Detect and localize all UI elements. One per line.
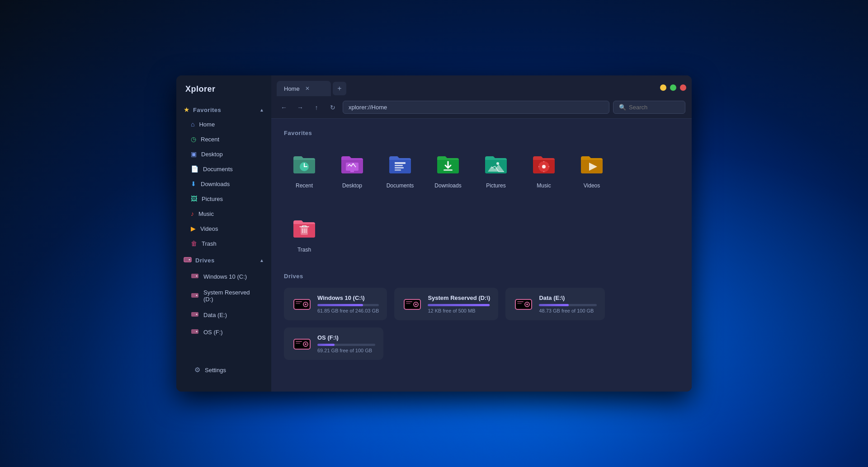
sidebar-item-videos[interactable]: ▶ Videos: [180, 221, 268, 236]
folder-videos-name: Videos: [584, 182, 600, 189]
drives-section-icon: [184, 256, 192, 265]
up-button[interactable]: ↑: [310, 101, 323, 114]
folder-downloads-name: Downloads: [434, 182, 461, 189]
window-controls: [660, 84, 686, 93]
svg-rect-13: [350, 171, 354, 172]
sidebar-music-label: Music: [198, 210, 214, 217]
tab-close-button[interactable]: ✕: [303, 84, 311, 93]
folder-documents-name: Documents: [387, 182, 414, 189]
drive-item-d[interactable]: System Reserved (D:\) 12 KB free of 500 …: [394, 288, 498, 320]
sidebar-favorites-section: ★ Favorites ▲ ⌂ Home ◷ Recent ▣ Desktop …: [176, 103, 271, 251]
sidebar-drive-d[interactable]: System Reserved (D:): [180, 285, 268, 306]
sidebar-drives-header[interactable]: Drives ▲: [176, 253, 271, 268]
drive-item-e[interactable]: Data (E:\) 48.73 GB free of 100 GB: [505, 288, 605, 320]
search-icon: 🔍: [619, 104, 626, 111]
svg-point-36: [415, 304, 417, 305]
sidebar-item-music[interactable]: ♪ Music: [180, 206, 268, 221]
folder-documents[interactable]: Documents: [380, 145, 420, 194]
address-bar[interactable]: [343, 101, 609, 114]
main-area: Home ✕ + ← → ↑ ↻: [271, 75, 692, 392]
folder-desktop-name: Desktop: [342, 182, 362, 189]
search-input[interactable]: [629, 104, 674, 111]
drive-e-name: Data (E:\): [539, 294, 597, 301]
folder-desktop[interactable]: Desktop: [332, 145, 373, 194]
forward-button[interactable]: →: [294, 101, 307, 114]
sidebar-trash-label: Trash: [202, 240, 217, 247]
plus-icon: +: [337, 84, 341, 93]
sidebar-home-label: Home: [199, 121, 215, 128]
sidebar-item-documents[interactable]: 📄 Documents: [180, 162, 268, 176]
settings-area: ⚙ Settings: [176, 357, 271, 383]
refresh-button[interactable]: ↻: [326, 101, 339, 114]
sidebar-recent-label: Recent: [201, 136, 219, 143]
tab-home[interactable]: Home ✕: [277, 81, 331, 96]
sidebar-item-home[interactable]: ⌂ Home: [180, 117, 268, 131]
svg-point-6: [196, 294, 198, 296]
folder-recent[interactable]: Recent: [284, 145, 325, 194]
sidebar-item-desktop[interactable]: ▣ Desktop: [180, 147, 268, 161]
drive-e-bar-bg: [539, 304, 597, 306]
drive-c-icon: [292, 294, 312, 314]
star-icon: ★: [184, 106, 189, 114]
svg-rect-16: [395, 167, 404, 168]
sidebar-downloads-label: Downloads: [201, 181, 230, 187]
folder-music[interactable]: Music: [524, 145, 564, 194]
favorites-section-title: Favorites: [284, 130, 679, 136]
folder-downloads[interactable]: Downloads: [428, 145, 468, 194]
drives-grid: Windows 10 (C:\) 61.85 GB free of 246.03…: [284, 288, 679, 360]
folder-pictures[interactable]: Pictures: [476, 145, 516, 194]
sidebar-drive-f[interactable]: OS (F:): [180, 324, 268, 341]
drive-f-info: OS (F:\) 69.21 GB free of 100 GB: [317, 334, 375, 353]
sidebar-item-pictures[interactable]: 🖼 Pictures: [180, 191, 268, 206]
sidebar-drive-c[interactable]: Windows 10 (C:): [180, 268, 268, 285]
settings-icon: ⚙: [194, 366, 200, 374]
videos-icon: ▶: [191, 225, 196, 232]
svg-rect-0: [184, 257, 191, 262]
sidebar-favorites-header[interactable]: ★ Favorites ▲: [176, 103, 271, 117]
folder-documents-icon: [386, 150, 415, 179]
drive-f-icon: [191, 327, 199, 337]
drive-item-f[interactable]: OS (F:\) 69.21 GB free of 100 GB: [284, 327, 383, 360]
folder-trash-name: Trash: [297, 247, 311, 253]
sidebar-drive-d-label: System Reserved (D:): [203, 289, 259, 303]
sidebar-drive-c-label: Windows 10 (C:): [203, 273, 247, 280]
folder-trash-icon: [290, 214, 319, 243]
content-area: Favorites Recent: [271, 119, 692, 392]
svg-point-4: [196, 276, 198, 277]
drive-e-space: 48.73 GB free of 100 GB: [539, 308, 597, 313]
svg-rect-12: [346, 163, 359, 171]
maximize-button[interactable]: [670, 84, 676, 91]
svg-rect-50: [296, 343, 300, 344]
sidebar-item-recent[interactable]: ◷ Recent: [180, 132, 268, 146]
svg-point-10: [196, 331, 198, 332]
refresh-icon: ↻: [330, 104, 335, 111]
svg-rect-7: [191, 312, 198, 317]
folder-trash[interactable]: Trash: [284, 209, 325, 258]
svg-point-8: [196, 314, 198, 315]
svg-point-48: [305, 343, 307, 345]
drive-c-name: Windows 10 (C:\): [317, 294, 379, 301]
sidebar-drive-e[interactable]: Data (E:): [180, 307, 268, 323]
search-bar[interactable]: 🔍: [613, 101, 685, 114]
sidebar-videos-label: Videos: [200, 225, 218, 232]
svg-rect-15: [395, 165, 403, 166]
music-icon: ♪: [191, 210, 194, 217]
sidebar-item-trash[interactable]: 🗑 Trash: [180, 236, 268, 251]
drive-item-c[interactable]: Windows 10 (C:\) 61.85 GB free of 246.03…: [284, 288, 387, 320]
drive-d-name: System Reserved (D:\): [428, 294, 490, 301]
minimize-button[interactable]: [660, 84, 666, 91]
home-icon: ⌂: [191, 121, 194, 128]
close-button[interactable]: [680, 84, 686, 91]
sidebar-item-downloads[interactable]: ⬇ Downloads: [180, 177, 268, 191]
main-window: Xplorer ★ Favorites ▲ ⌂ Home ◷ Recent ▣ …: [176, 75, 692, 392]
drive-c-icon: [191, 272, 199, 281]
svg-point-42: [526, 304, 528, 305]
back-button[interactable]: ←: [278, 101, 290, 114]
drive-f-bar-bg: [317, 344, 375, 346]
new-tab-button[interactable]: +: [333, 82, 346, 95]
drive-d-space: 12 KB free of 500 MB: [428, 308, 490, 313]
drive-d-bar-fill: [428, 304, 490, 306]
app-title: Xplorer: [176, 84, 271, 103]
sidebar-item-settings[interactable]: ⚙ Settings: [184, 362, 264, 378]
folder-videos[interactable]: Videos: [571, 145, 612, 194]
